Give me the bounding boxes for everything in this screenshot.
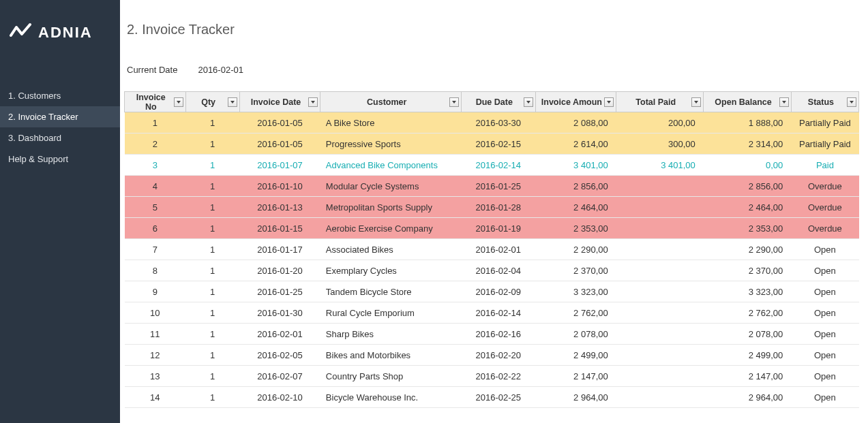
table-row[interactable]: 812016-01-20Exemplary Cycles2016-02-042 … [125,260,859,281]
cell-no: 2 [125,134,186,155]
cell-status: Overdue [791,197,858,218]
cell-amount: 2 290,00 [535,239,616,260]
cell-status: Open [791,239,858,260]
cell-status: Open [791,345,858,366]
column-header-label: Invoice No [136,93,166,112]
table-row[interactable]: 912016-01-25Tandem Bicycle Store2016-02-… [125,281,859,302]
cell-duedate: 2016-02-25 [462,387,536,408]
cell-paid [616,281,704,302]
column-header-duedate[interactable]: Due Date [462,92,536,112]
cell-customer: Advanced Bike Components [320,155,462,176]
cell-invdate: 2016-02-07 [239,366,320,387]
sidebar-item-3[interactable]: Help & Support [0,148,120,170]
cell-customer: Sharp Bikes [320,324,462,345]
cell-paid [616,176,704,197]
filter-dropdown-icon[interactable] [847,97,856,107]
column-header-invdate[interactable]: Invoice Date [239,92,320,112]
cell-status: Open [791,324,858,345]
cell-amount: 3 401,00 [535,155,616,176]
cell-no: 14 [125,387,186,408]
cell-qty: 1 [185,112,239,134]
column-header-status[interactable]: Status [791,92,858,112]
cell-no: 12 [125,345,186,366]
filter-dropdown-icon[interactable] [524,97,533,107]
filter-dropdown-icon[interactable] [604,97,614,107]
cell-qty: 1 [185,197,239,218]
table-row[interactable]: 212016-01-05Progressive Sports2016-02-15… [125,134,859,155]
cell-status: Partially Paid [791,134,858,155]
filter-dropdown-icon[interactable] [174,97,183,107]
cell-customer: Bicycle Warehouse Inc. [320,387,462,408]
cell-balance: 3 323,00 [704,281,792,302]
cell-amount: 2 762,00 [535,302,616,324]
table-row[interactable]: 1012016-01-30Rural Cycle Emporium2016-02… [125,302,859,324]
column-header-qty[interactable]: Qty [185,92,239,112]
current-date-row: Current Date 2016-02-01 [120,37,868,91]
cell-no: 5 [125,197,186,218]
cell-amount: 2 088,00 [535,112,616,134]
column-header-label: Open Balance [715,97,771,107]
cell-status: Open [791,366,858,387]
cell-balance: 2 078,00 [704,324,792,345]
sidebar: ADNIA 1. Customers2. Invoice Tracker3. D… [0,0,120,423]
table-row[interactable]: 112016-01-05A Bike Store2016-03-302 088,… [125,112,859,134]
cell-paid [616,302,704,324]
cell-customer: A Bike Store [320,112,462,134]
cell-duedate: 2016-01-25 [462,176,536,197]
cell-status: Open [791,260,858,281]
cell-paid [616,197,704,218]
cell-customer: Modular Cycle Systems [320,176,462,197]
filter-dropdown-icon[interactable] [449,97,459,107]
column-header-amount[interactable]: Invoice Amoun [535,92,616,112]
table-body: 112016-01-05A Bike Store2016-03-302 088,… [125,112,859,408]
cell-invdate: 2016-01-25 [239,281,320,302]
filter-dropdown-icon[interactable] [779,97,789,107]
table-row[interactable]: 712016-01-17Associated Bikes2016-02-012 … [125,239,859,260]
filter-dropdown-icon[interactable] [228,97,237,107]
current-date-label: Current Date [127,65,177,75]
table-row[interactable]: 312016-01-07Advanced Bike Components2016… [125,155,859,176]
cell-amount: 2 464,00 [535,197,616,218]
table-row[interactable]: 412016-01-10Modular Cycle Systems2016-01… [125,176,859,197]
table-row[interactable]: 612016-01-15Aerobic Exercise Company2016… [125,218,859,239]
cell-no: 4 [125,176,186,197]
brand-logo: ADNIA [0,0,120,65]
filter-dropdown-icon[interactable] [691,97,701,107]
cell-duedate: 2016-02-16 [462,324,536,345]
cell-status: Open [791,281,858,302]
cell-no: 11 [125,324,186,345]
cell-status: Partially Paid [791,112,858,134]
sidebar-item-0[interactable]: 1. Customers [0,85,120,106]
sidebar-item-2[interactable]: 3. Dashboard [0,127,120,148]
cell-paid [616,260,704,281]
cell-amount: 2 370,00 [535,260,616,281]
cell-duedate: 2016-02-20 [462,345,536,366]
cell-invdate: 2016-01-17 [239,239,320,260]
cell-duedate: 2016-01-19 [462,218,536,239]
column-header-no[interactable]: Invoice No [125,92,186,112]
table-row[interactable]: 1312016-02-07Country Parts Shop2016-02-2… [125,366,859,387]
filter-dropdown-icon[interactable] [308,97,318,107]
cell-amount: 2 499,00 [535,345,616,366]
column-header-balance[interactable]: Open Balance [704,92,792,112]
table-row[interactable]: 1112016-02-01Sharp Bikes2016-02-162 078,… [125,324,859,345]
column-header-paid[interactable]: Total Paid [616,92,704,112]
cell-balance: 2 370,00 [704,260,792,281]
cell-invdate: 2016-01-20 [239,260,320,281]
cell-paid [616,239,704,260]
cell-qty: 1 [185,387,239,408]
table-row[interactable]: 1212016-02-05Bikes and Motorbikes2016-02… [125,345,859,366]
cell-invdate: 2016-02-01 [239,324,320,345]
table-row[interactable]: 1412016-02-10Bicycle Warehouse Inc.2016-… [125,387,859,408]
cell-customer: Aerobic Exercise Company [320,218,462,239]
cell-invdate: 2016-01-07 [239,155,320,176]
cell-no: 6 [125,218,186,239]
cell-amount: 2 856,00 [535,176,616,197]
cell-customer: Exemplary Cycles [320,260,462,281]
cell-balance: 1 888,00 [704,112,792,134]
brand-name: ADNIA [38,24,93,42]
sidebar-item-1[interactable]: 2. Invoice Tracker [0,106,120,127]
cell-invdate: 2016-01-10 [239,176,320,197]
table-row[interactable]: 512016-01-13Metropolitan Sports Supply20… [125,197,859,218]
column-header-customer[interactable]: Customer [320,92,462,112]
